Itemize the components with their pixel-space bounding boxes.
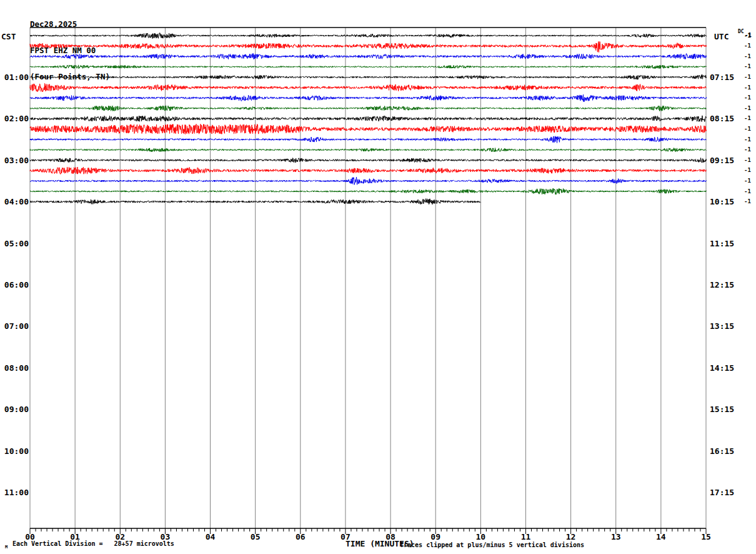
minute-label: 14 — [656, 533, 666, 541]
clip-note: Traces clipped at plus/minus 5 vertical … — [400, 541, 584, 548]
date-label: Dec28,2025 — [30, 20, 110, 29]
seismic-trace-12-black — [30, 158, 707, 163]
dc-value-label: -1 — [744, 137, 751, 143]
dc-value-label: -1 — [744, 85, 751, 91]
cst-hour-label: 01:00 — [0, 73, 29, 81]
minute-label: 15 — [701, 533, 711, 541]
minute-label: 09 — [430, 533, 440, 541]
dc-value-label: -1 — [744, 199, 751, 204]
dc-axis-header: DC — [738, 29, 744, 34]
cst-hour-label: 10:00 — [0, 447, 29, 455]
cst-hour-label: 04:00 — [0, 198, 29, 206]
minute-label: 05 — [251, 533, 261, 541]
utc-hour-label: 16:15 — [710, 447, 734, 455]
dc-value-label: -1 — [744, 95, 751, 101]
dc-value-label: -1 — [744, 116, 751, 121]
utc-hour-label: 14:15 — [710, 364, 734, 372]
location-label: (Four Points, TN) — [30, 73, 110, 81]
cst-hour-label: 07:00 — [0, 322, 29, 330]
helicorder-plot — [0, 0, 756, 554]
utc-hour-label: 07:15 — [710, 73, 734, 81]
utc-hour-label: 11:15 — [710, 239, 734, 248]
utc-hour-label: 09:15 — [710, 156, 734, 164]
seismic-trace-3-green — [30, 65, 707, 69]
dc-value-label: -1 — [744, 168, 751, 173]
cst-hour-label: 02:00 — [0, 114, 29, 123]
utc-axis-header: UTC — [714, 32, 729, 41]
seismic-trace-4-black — [30, 74, 707, 79]
dc-value-label: -1 — [744, 106, 751, 111]
utc-hour-label: 08:15 — [710, 114, 734, 123]
seismic-trace-13-red — [30, 167, 707, 174]
seismic-trace-14-blue — [30, 177, 707, 184]
dc-value-label: -1 — [744, 43, 751, 49]
dc-value-label: -1 — [744, 178, 751, 184]
seismic-trace-9-red — [30, 124, 707, 134]
dc-value-label: -1 — [744, 64, 751, 69]
plot-header: Dec28,2025 FPST EHZ NM 00 (Four Points, … — [30, 3, 110, 90]
minute-label: 13 — [611, 533, 621, 541]
dc-value-label: -1 — [744, 147, 751, 153]
dc-value-label: -1 — [744, 158, 751, 163]
helicorder-page: { "header": { "date": "Dec28,2025", "sta… — [0, 0, 756, 554]
seismic-trace-11-green — [30, 148, 707, 152]
scale-note: Each Vertical Division = 28+57 microvolt… — [12, 540, 174, 547]
seismic-trace-2-blue — [30, 54, 707, 59]
dc-value-label: -1 — [744, 126, 751, 132]
utc-hour-label: 17:15 — [710, 488, 734, 496]
station-label: FPST EHZ NM 00 — [30, 46, 110, 55]
utc-hour-label: 10:15 — [710, 198, 734, 206]
seismic-trace-10-blue — [30, 136, 707, 143]
cst-axis-header: CST — [1, 32, 16, 41]
seismic-trace-15-green — [30, 188, 707, 194]
minute-label: 10 — [476, 533, 486, 541]
utc-hour-label: 13:15 — [710, 322, 734, 330]
seismic-trace-5-red — [30, 83, 707, 92]
minute-label: 11 — [521, 533, 531, 541]
cst-hour-label: 11:00 — [0, 488, 29, 496]
seismic-trace-8-black — [30, 116, 707, 122]
cst-hour-label: 03:00 — [0, 156, 29, 164]
minute-label: 04 — [206, 533, 216, 541]
utc-hour-label: 12:15 — [710, 281, 734, 289]
dc-value-label: -1 — [744, 54, 751, 59]
dc-value-label: -1 — [744, 33, 751, 39]
cst-hour-label: 09:00 — [0, 405, 29, 413]
minute-label: 06 — [296, 533, 306, 541]
cst-hour-label: 05:00 — [0, 239, 29, 248]
seismic-trace-1-red — [30, 41, 707, 52]
seismic-trace-0-black — [30, 33, 707, 39]
seismic-trace-6-blue — [30, 94, 707, 102]
minute-label: 12 — [566, 533, 576, 541]
footer-prefix: M — [5, 545, 7, 550]
seismic-trace-7-green — [30, 106, 707, 111]
dc-value-label: -1 — [744, 74, 751, 80]
dc-value-label: -1 — [744, 189, 751, 194]
cst-hour-label: 06:00 — [0, 281, 29, 289]
cst-hour-label: 08:00 — [0, 364, 29, 372]
utc-hour-label: 15:15 — [710, 405, 734, 413]
